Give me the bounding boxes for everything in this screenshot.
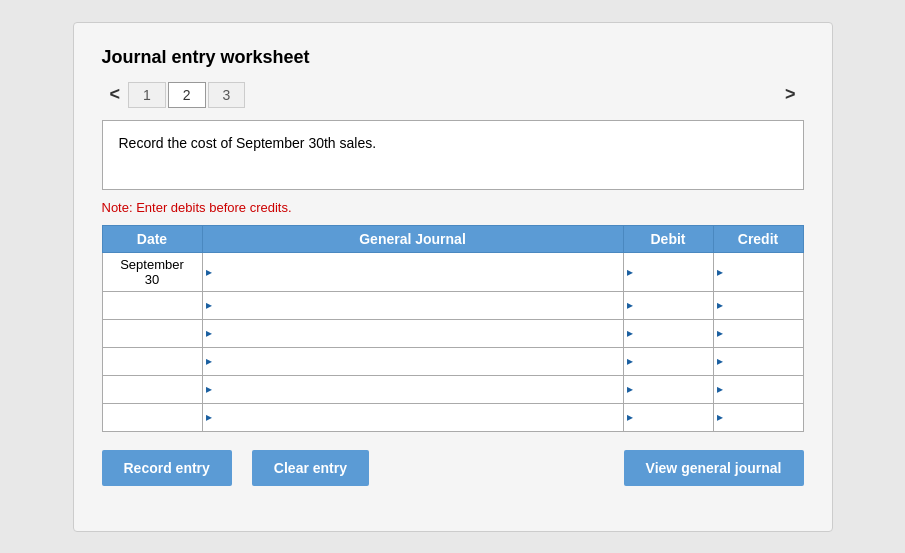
instruction-box: Record the cost of September 30th sales.	[102, 120, 804, 190]
clear-entry-button[interactable]: Clear entry	[252, 450, 369, 486]
tab-3[interactable]: 3	[208, 82, 246, 108]
debit-cell-4[interactable]: ▸	[623, 375, 713, 403]
debit-cell-1[interactable]: ▸	[623, 291, 713, 319]
tab-2[interactable]: 2	[168, 82, 206, 108]
table-row: ▸▸▸	[102, 347, 803, 375]
journal-input-5[interactable]	[212, 404, 623, 431]
header-debit: Debit	[623, 225, 713, 252]
table-row: September30▸▸▸	[102, 252, 803, 291]
instruction-text: Record the cost of September 30th sales.	[119, 135, 377, 151]
tab-1[interactable]: 1	[128, 82, 166, 108]
tabs-row: < 1 2 3 >	[102, 82, 804, 108]
table-row: ▸▸▸	[102, 403, 803, 431]
prev-arrow[interactable]: <	[102, 84, 129, 105]
credit-cell-0[interactable]: ▸	[713, 252, 803, 291]
debit-input-4[interactable]	[633, 376, 713, 403]
journal-cell-0[interactable]: ▸	[202, 252, 623, 291]
table-row: ▸▸▸	[102, 375, 803, 403]
journal-cell-2[interactable]: ▸	[202, 319, 623, 347]
credit-cell-2[interactable]: ▸	[713, 319, 803, 347]
date-cell-2	[102, 319, 202, 347]
credit-input-3[interactable]	[723, 348, 803, 375]
debit-input-5[interactable]	[633, 404, 713, 431]
note-text: Note: Enter debits before credits.	[102, 200, 804, 215]
journal-cell-1[interactable]: ▸	[202, 291, 623, 319]
credit-cell-5[interactable]: ▸	[713, 403, 803, 431]
debit-cell-2[interactable]: ▸	[623, 319, 713, 347]
table-row: ▸▸▸	[102, 319, 803, 347]
header-date: Date	[102, 225, 202, 252]
credit-input-5[interactable]	[723, 404, 803, 431]
worksheet-container: Journal entry worksheet < 1 2 3 > Record…	[73, 22, 833, 532]
next-arrow[interactable]: >	[777, 84, 804, 105]
debit-input-2[interactable]	[633, 320, 713, 347]
journal-input-2[interactable]	[212, 320, 623, 347]
date-cell-1	[102, 291, 202, 319]
credit-input-0[interactable]	[723, 253, 803, 291]
buttons-row: Record entry Clear entry View general jo…	[102, 450, 804, 486]
journal-table: Date General Journal Debit Credit Septem…	[102, 225, 804, 432]
debit-cell-5[interactable]: ▸	[623, 403, 713, 431]
page-title: Journal entry worksheet	[102, 47, 804, 68]
journal-cell-4[interactable]: ▸	[202, 375, 623, 403]
debit-input-3[interactable]	[633, 348, 713, 375]
date-cell-3	[102, 347, 202, 375]
debit-cell-0[interactable]: ▸	[623, 252, 713, 291]
debit-input-0[interactable]	[633, 253, 713, 291]
credit-input-4[interactable]	[723, 376, 803, 403]
credit-cell-4[interactable]: ▸	[713, 375, 803, 403]
credit-input-1[interactable]	[723, 292, 803, 319]
table-row: ▸▸▸	[102, 291, 803, 319]
journal-input-1[interactable]	[212, 292, 623, 319]
credit-cell-3[interactable]: ▸	[713, 347, 803, 375]
journal-input-0[interactable]	[212, 253, 623, 291]
credit-input-2[interactable]	[723, 320, 803, 347]
record-entry-button[interactable]: Record entry	[102, 450, 232, 486]
journal-input-3[interactable]	[212, 348, 623, 375]
date-cell-5	[102, 403, 202, 431]
journal-cell-3[interactable]: ▸	[202, 347, 623, 375]
credit-cell-1[interactable]: ▸	[713, 291, 803, 319]
header-journal: General Journal	[202, 225, 623, 252]
journal-input-4[interactable]	[212, 376, 623, 403]
view-general-journal-button[interactable]: View general journal	[624, 450, 804, 486]
date-cell-4	[102, 375, 202, 403]
journal-cell-5[interactable]: ▸	[202, 403, 623, 431]
date-cell-0: September30	[102, 252, 202, 291]
header-credit: Credit	[713, 225, 803, 252]
debit-input-1[interactable]	[633, 292, 713, 319]
debit-cell-3[interactable]: ▸	[623, 347, 713, 375]
